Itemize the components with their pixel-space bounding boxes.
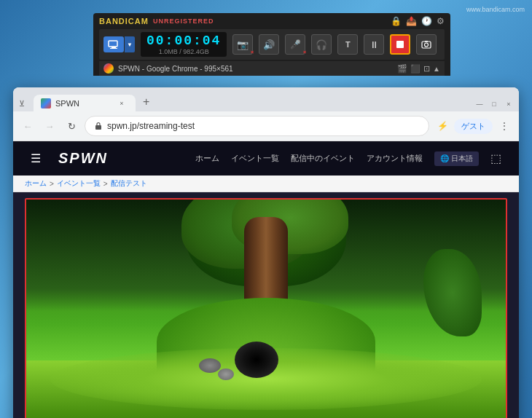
nav-link-live[interactable]: 配信中のイベント [291, 153, 355, 164]
settings-icon[interactable]: ⚙ [437, 16, 445, 26]
share-icon[interactable]: 📤 [406, 16, 417, 26]
window-controls-left: ⊻ [19, 99, 29, 111]
tab-close-button[interactable]: × [117, 98, 127, 109]
bandicam-logo: BANDICAM [99, 17, 149, 25]
breadcrumb-sep-2: > [103, 180, 108, 188]
screenshot-button[interactable] [416, 34, 437, 55]
language-selector[interactable]: 🌐 日本語 [434, 151, 479, 166]
login-icon[interactable]: ⬚ [490, 151, 501, 165]
record-mode-dropdown[interactable]: ▼ [125, 36, 135, 52]
refresh-button[interactable]: ↻ [63, 117, 80, 135]
chrome-window: ⊻ SPWN × + — □ × ← → ↻ spwn.jp/streaming… [13, 87, 519, 418]
close-button[interactable]: × [504, 100, 513, 109]
nav-link-account[interactable]: アカウント情報 [367, 153, 423, 164]
bandicam-header-icons: 🔒 📤 🕐 ⚙ [391, 16, 445, 26]
bandicam-source-row: SPWN - Google Chrome - 995×561 🎬 ⬛ ⊡ ▲ [99, 61, 445, 76]
spwn-nav-links: ホーム イベント一覧 配信中のイベント アカウント情報 🌐 日本語 ⬚ [195, 151, 501, 166]
video-player-container [25, 198, 507, 418]
forward-button[interactable]: → [41, 117, 58, 135]
svg-rect-6 [95, 125, 101, 130]
new-tab-button[interactable]: + [137, 92, 155, 111]
spwn-navbar: ☰ SPWN ホーム イベント一覧 配信中のイベント アカウント情報 🌐 日本語… [13, 141, 519, 176]
timer-display-box: 00:00:04 1.0MB / 982.4GB [141, 32, 227, 57]
timer-display: 00:00:04 [146, 33, 221, 48]
spwn-website: ☰ SPWN ホーム イベント一覧 配信中のイベント アカウント情報 🌐 日本語… [13, 141, 519, 418]
chevron-up-icon[interactable]: ▲ [433, 65, 440, 73]
bandicam-title-row: BANDICAM UNREGISTERED 🔒 📤 🕐 ⚙ [99, 16, 445, 26]
breadcrumb: ホーム > イベント一覧 > 配信テスト [13, 176, 519, 192]
tree-burrow [235, 342, 278, 378]
back-button[interactable]: ← [19, 117, 36, 135]
language-label: 日本語 [451, 154, 473, 164]
bandicam-status: UNREGISTERED [153, 17, 214, 25]
mic-button[interactable]: 🎤 × [285, 34, 305, 55]
svg-rect-2 [110, 48, 117, 49]
video-scene [26, 200, 506, 418]
chrome-tab-spwn[interactable]: SPWN × [34, 95, 136, 111]
source-title: SPWN - Google Chrome - 995×561 [118, 65, 393, 73]
audio-button[interactable]: 🔊 [259, 34, 279, 55]
svg-point-4 [425, 43, 429, 47]
chrome-more-button[interactable]: ⋮ [496, 117, 513, 135]
chrome-favicon-icon [103, 63, 114, 74]
fullscreen-icon[interactable]: ⬛ [410, 64, 420, 74]
secure-icon [94, 122, 103, 130]
extensions-icon[interactable]: ⚡ [434, 117, 451, 135]
bandicam-toolbar: BANDICAM UNREGISTERED 🔒 📤 🕐 ⚙ ▼ [93, 13, 450, 76]
svg-rect-1 [112, 47, 116, 48]
screen-record-button[interactable] [103, 36, 124, 52]
timer-size: 1.0MB / 982.4GB [146, 48, 221, 55]
nav-link-events[interactable]: イベント一覧 [231, 153, 279, 164]
nav-link-home[interactable]: ホーム [195, 153, 219, 164]
tab-favicon-spwn [41, 98, 51, 109]
stop-button[interactable] [390, 34, 410, 55]
toolbar-right: ⚡ ゲスト ⋮ [434, 117, 513, 135]
headset-button[interactable]: 🎧 [311, 34, 332, 55]
minimize-button[interactable]: — [475, 100, 484, 109]
window-icon[interactable]: ⊡ [423, 64, 430, 74]
lock-icon[interactable]: 🔒 [391, 16, 402, 26]
svg-rect-3 [422, 42, 431, 48]
address-text: spwn.jp/streaming-test [107, 121, 420, 131]
pause-button[interactable]: ⏸ [364, 34, 384, 55]
chrome-tabs-bar: ⊻ SPWN × + — □ × [13, 87, 519, 111]
tab-expand-icon[interactable]: ⊻ [19, 99, 25, 109]
source-icons: 🎬 ⬛ ⊡ ▲ [397, 64, 440, 74]
text-overlay-button[interactable]: T [337, 34, 358, 55]
guest-account-button[interactable]: ゲスト [454, 119, 493, 134]
hamburger-menu-icon[interactable]: ☰ [31, 151, 41, 165]
bandicam-watermark: www.bandicam.com [466, 6, 525, 13]
breadcrumb-home[interactable]: ホーム [25, 178, 47, 189]
chrome-toolbar: ← → ↻ spwn.jp/streaming-test ⚡ ゲスト ⋮ [13, 111, 519, 141]
breadcrumb-sep-1: > [50, 180, 54, 188]
address-bar[interactable]: spwn.jp/streaming-test [85, 116, 429, 136]
stone-1 [199, 358, 221, 373]
breadcrumb-current[interactable]: 配信テスト [111, 178, 147, 189]
svg-rect-0 [109, 41, 117, 47]
bandicam-controls-row: ▼ 00:00:04 1.0MB / 982.4GB 📷 × 🔊 🎤 × 🎧 T… [99, 29, 445, 60]
chrome-window-controls: — □ × [475, 100, 513, 111]
webcam-button[interactable]: 📷 × [232, 34, 253, 55]
spwn-logo: SPWN [58, 150, 108, 167]
video-source-icon[interactable]: 🎬 [397, 64, 407, 74]
clock-icon[interactable]: 🕐 [421, 16, 432, 26]
svg-rect-5 [425, 41, 428, 42]
maximize-button[interactable]: □ [490, 100, 498, 109]
tab-title-spwn: SPWN [55, 99, 112, 108]
breadcrumb-events[interactable]: イベント一覧 [57, 178, 101, 189]
